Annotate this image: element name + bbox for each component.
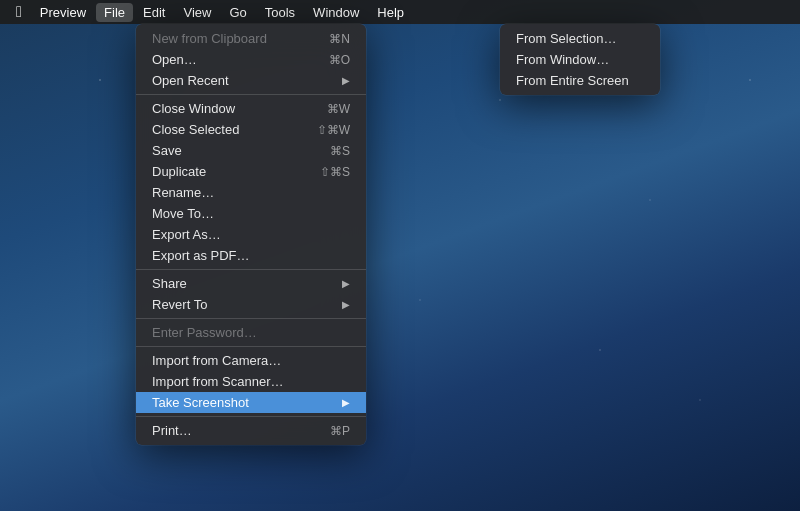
menubar-item-preview[interactable]: Preview bbox=[32, 3, 94, 22]
separator-2 bbox=[136, 269, 366, 270]
separator-4 bbox=[136, 346, 366, 347]
menu-item-share[interactable]: Share ▶ bbox=[136, 273, 366, 294]
screenshot-submenu: From Selection… From Window… From Entire… bbox=[500, 24, 660, 95]
submenu-item-from-window[interactable]: From Window… bbox=[500, 49, 660, 70]
menu-item-move-to[interactable]: Move To… bbox=[136, 203, 366, 224]
separator-3 bbox=[136, 318, 366, 319]
menubar-item-help[interactable]: Help bbox=[369, 3, 412, 22]
menu-item-enter-password[interactable]: Enter Password… bbox=[136, 322, 366, 343]
menu-item-duplicate[interactable]: Duplicate ⇧⌘S bbox=[136, 161, 366, 182]
menu-item-revert-to[interactable]: Revert To ▶ bbox=[136, 294, 366, 315]
menu-item-rename[interactable]: Rename… bbox=[136, 182, 366, 203]
menu-item-import-camera[interactable]: Import from Camera… bbox=[136, 350, 366, 371]
menu-item-new-clipboard[interactable]: New from Clipboard ⌘N bbox=[136, 28, 366, 49]
menu-item-save[interactable]: Save ⌘S bbox=[136, 140, 366, 161]
menu-item-close-selected[interactable]: Close Selected ⇧⌘W bbox=[136, 119, 366, 140]
submenu-item-from-entire-screen[interactable]: From Entire Screen bbox=[500, 70, 660, 91]
menu-item-open[interactable]: Open… ⌘O bbox=[136, 49, 366, 70]
menu-item-open-recent[interactable]: Open Recent ▶ bbox=[136, 70, 366, 91]
file-dropdown-menu: New from Clipboard ⌘N Open… ⌘O Open Rece… bbox=[136, 24, 366, 445]
menu-item-close-window[interactable]: Close Window ⌘W bbox=[136, 98, 366, 119]
menu-item-import-scanner[interactable]: Import from Scanner… bbox=[136, 371, 366, 392]
menu-item-export-as[interactable]: Export As… bbox=[136, 224, 366, 245]
menubar-item-view[interactable]: View bbox=[175, 3, 219, 22]
menubar:  Preview File Edit View Go Tools Window… bbox=[0, 0, 800, 24]
menubar-item-window[interactable]: Window bbox=[305, 3, 367, 22]
separator-1 bbox=[136, 94, 366, 95]
menubar-item-file[interactable]: File bbox=[96, 3, 133, 22]
apple-menu[interactable]:  bbox=[8, 3, 30, 21]
menu-item-print[interactable]: Print… ⌘P bbox=[136, 420, 366, 441]
menubar-item-edit[interactable]: Edit bbox=[135, 3, 173, 22]
menu-item-take-screenshot[interactable]: Take Screenshot ▶ bbox=[136, 392, 366, 413]
menubar-item-tools[interactable]: Tools bbox=[257, 3, 303, 22]
menu-item-export-pdf[interactable]: Export as PDF… bbox=[136, 245, 366, 266]
menubar-item-go[interactable]: Go bbox=[221, 3, 254, 22]
separator-5 bbox=[136, 416, 366, 417]
submenu-item-from-selection[interactable]: From Selection… bbox=[500, 28, 660, 49]
